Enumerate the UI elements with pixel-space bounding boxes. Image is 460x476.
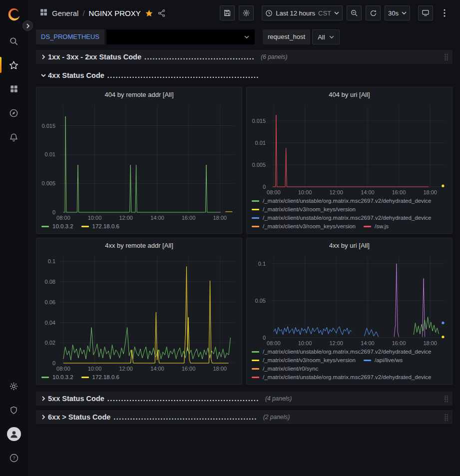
panel-title[interactable]: 404 by uri [All] — [247, 87, 452, 101]
svg-text:18:00: 18:00 — [213, 366, 227, 372]
row-panel-count: (2 panels) — [263, 414, 290, 421]
sidebar-item-configuration[interactable] — [0, 374, 27, 398]
svg-text:0.05: 0.05 — [255, 298, 266, 304]
grafana-app: ? General / NGINX PROXY — [0, 0, 460, 476]
row-title-leader: ........................................… — [113, 413, 257, 421]
apps-grid-icon — [39, 8, 48, 18]
panel-title[interactable]: 404 by remote addr [All] — [36, 87, 242, 101]
row-drag-handle[interactable] — [444, 53, 449, 61]
legend: /_matrix/client/unstable/org.matrix.msc2… — [247, 197, 452, 233]
svg-text:14:00: 14:00 — [150, 215, 164, 221]
svg-text:0.015: 0.015 — [252, 118, 266, 124]
legend-series-marker — [252, 377, 259, 378]
cycle-view-mode-button[interactable] — [418, 5, 433, 20]
timezone-label: CST — [318, 9, 331, 17]
variable-ds-prometheus: DS_PROMETHEUS — [36, 29, 255, 44]
clock-icon — [265, 9, 273, 17]
svg-text:10:00: 10:00 — [298, 189, 312, 195]
row-title: 6xx > Status Code — [48, 413, 110, 421]
svg-text:0: 0 — [263, 184, 266, 190]
avatar[interactable] — [0, 422, 27, 446]
svg-text:08:00: 08:00 — [267, 340, 281, 346]
kebab-menu-icon[interactable] — [437, 5, 452, 20]
legend-series-label: /api/live/ws — [375, 357, 403, 363]
sidebar-item-explore[interactable] — [0, 101, 27, 125]
sidebar-item-starred[interactable] — [0, 53, 27, 77]
variable-value-ds-prometheus[interactable] — [106, 29, 255, 44]
breadcrumb-folder[interactable]: General — [52, 9, 78, 17]
legend-item[interactable]: /_matrix/client/unstable/org.matrix.msc2… — [252, 215, 432, 221]
legend: /_matrix/client/unstable/org.matrix.msc2… — [247, 348, 452, 384]
legend-item[interactable]: 10.0.3.2 — [41, 374, 73, 380]
dashboard-title[interactable]: NGINX PROXY — [89, 9, 141, 17]
refresh-interval-picker[interactable]: 30s — [385, 5, 410, 20]
legend-item[interactable]: /_matrix/client/unstable/org.matrix.msc2… — [252, 349, 432, 355]
variables-bar: DS_PROMETHEUS request_host All — [27, 26, 460, 48]
dashboard-row-5xx[interactable]: 5xx Status Code ........................… — [36, 392, 453, 406]
legend-series-marker — [364, 226, 371, 227]
share-icon[interactable] — [157, 9, 166, 17]
time-range-picker[interactable]: Last 12 hours CST — [262, 5, 343, 20]
dashboard-row-4xx[interactable]: 4xx Status Code ........................… — [36, 69, 453, 82]
svg-text:?: ? — [12, 456, 15, 461]
chart-404-by-remote-addr[interactable]: 00.0050.010.01508:0010:0012:0014:0016:00… — [36, 101, 242, 222]
legend-item[interactable]: /sw.js — [364, 223, 389, 229]
svg-text:12:00: 12:00 — [329, 189, 343, 195]
sidebar-item-dashboards[interactable] — [0, 77, 27, 101]
legend-item[interactable]: /_matrix/client/unstable/org.matrix.msc2… — [252, 374, 432, 380]
legend-item[interactable]: /_matrix/client/v3/room_keys/version — [252, 223, 356, 229]
sidebar-item-help[interactable]: ? — [0, 446, 27, 470]
chart-404-by-uri[interactable]: 00.0050.010.01508:0010:0012:0014:0016:00… — [247, 101, 452, 197]
dashboard-header: General / NGINX PROXY — [27, 0, 460, 26]
legend-item[interactable]: 172.18.0.6 — [81, 223, 119, 229]
legend-item[interactable]: /_matrix/client/v3/room_keys/version — [252, 357, 356, 363]
legend-series-label: /_matrix/client/unstable/org.matrix.msc2… — [263, 215, 432, 221]
legend-item[interactable]: 10.0.3.2 — [41, 223, 73, 229]
svg-text:0.04: 0.04 — [45, 320, 55, 326]
chart-4xx-by-remote-addr[interactable]: 00.020.040.060.080.108:0010:0012:0014:00… — [36, 252, 242, 373]
time-range-label: Last 12 hours — [276, 9, 315, 17]
search-icon[interactable] — [0, 29, 27, 53]
user-avatar-icon — [7, 427, 21, 441]
dashboard-settings-button[interactable] — [239, 5, 254, 20]
dashboard-row-1xx-3xx-2xx[interactable]: 1xx - 3xx - 2xx Status Code ............… — [36, 50, 453, 64]
svg-text:16:00: 16:00 — [182, 215, 196, 221]
variable-value-request-host[interactable]: All — [312, 29, 339, 44]
legend-item[interactable]: /api/live/ws — [364, 357, 403, 363]
row-drag-handle[interactable] — [444, 395, 449, 403]
chevron-right-icon — [39, 415, 48, 420]
zoom-out-button[interactable] — [347, 5, 362, 20]
svg-text:08:00: 08:00 — [56, 215, 70, 221]
legend-item[interactable]: /_matrix/client/v3/room_keys/version — [252, 206, 356, 212]
row-drag-handle[interactable] — [444, 414, 449, 421]
row-panel-count: (4 panels) — [265, 395, 292, 402]
legend-series-marker — [81, 226, 89, 227]
dashboard-row-6xx[interactable]: 6xx > Status Code ......................… — [36, 410, 453, 424]
sidebar-item-server-admin[interactable] — [0, 398, 27, 422]
chevron-down-icon — [244, 35, 249, 38]
variable-selected-value: All — [318, 33, 325, 41]
chart-4xx-by-uri[interactable]: 00.050.108:0010:0012:0014:0016:0018:00 — [247, 252, 452, 348]
save-dashboard-button[interactable] — [220, 5, 235, 20]
svg-text:14:00: 14:00 — [361, 189, 375, 195]
legend-item[interactable]: /_matrix/client/r0/sync — [252, 366, 318, 372]
legend-series-label: /_matrix/client/v3/room_keys/version — [263, 206, 356, 212]
panel-title[interactable]: 4xx by uri [All] — [247, 238, 452, 252]
svg-text:08:00: 08:00 — [267, 189, 281, 195]
legend-series-label: 172.18.0.6 — [92, 374, 119, 380]
refresh-button[interactable] — [366, 5, 381, 20]
favorite-star-icon[interactable] — [145, 9, 153, 17]
legend: 10.0.3.2172.18.0.6 — [36, 373, 242, 384]
svg-text:18:00: 18:00 — [423, 340, 437, 346]
row-title: 4xx Status Code — [48, 71, 104, 79]
expand-sidebar-button[interactable] — [22, 20, 33, 31]
chevron-right-icon — [39, 396, 48, 401]
legend-series-label: /_matrix/client/v3/room_keys/version — [263, 357, 356, 363]
chevron-down-icon — [39, 73, 48, 77]
sidebar-item-alerting[interactable] — [0, 125, 27, 149]
variable-label-ds-prometheus[interactable]: DS_PROMETHEUS — [36, 29, 104, 44]
legend-item[interactable]: /_matrix/client/unstable/org.matrix.msc2… — [252, 198, 432, 204]
legend-series-marker — [41, 226, 49, 227]
legend-item[interactable]: 172.18.0.6 — [81, 374, 119, 380]
panel-title[interactable]: 4xx by remote addr [All] — [36, 238, 242, 252]
